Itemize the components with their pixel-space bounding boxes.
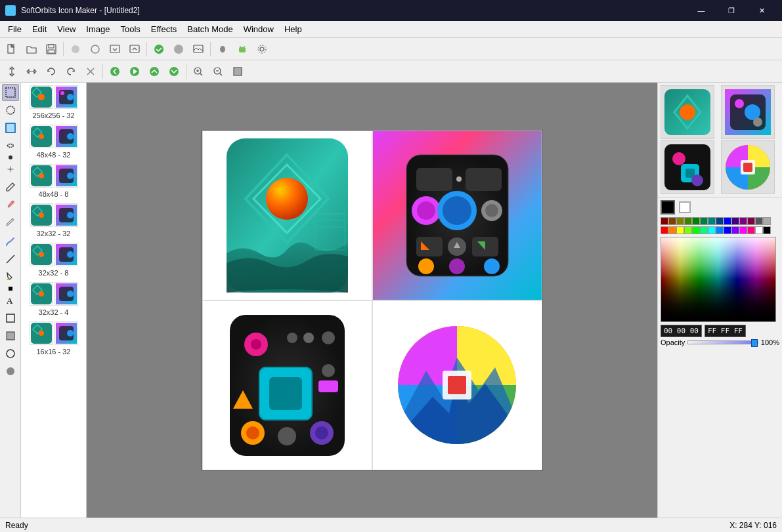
swatch-teal[interactable] bbox=[700, 217, 708, 225]
menu-window[interactable]: Window bbox=[238, 23, 279, 35]
refresh-button[interactable] bbox=[66, 40, 85, 58]
swatch-yellow[interactable] bbox=[676, 226, 684, 234]
filled-ellipse-tool[interactable] bbox=[2, 363, 19, 380]
text-tool[interactable]: A bbox=[2, 292, 19, 309]
up-button[interactable] bbox=[145, 62, 163, 81]
rotate-ccw-button[interactable] bbox=[42, 62, 60, 81]
swatch-darkolive[interactable] bbox=[684, 217, 692, 225]
filled-rect-tool[interactable] bbox=[2, 327, 19, 344]
down-button[interactable] bbox=[165, 62, 183, 81]
thumb-48-8-1[interactable] bbox=[30, 164, 53, 188]
color-picker[interactable] bbox=[661, 237, 776, 322]
gray-circle-button[interactable] bbox=[169, 40, 188, 58]
resize-v-button[interactable] bbox=[3, 62, 21, 81]
open-button[interactable] bbox=[22, 40, 41, 58]
ellipse-shape-tool[interactable] bbox=[2, 345, 19, 362]
swatch-indigo[interactable] bbox=[731, 217, 739, 225]
thumb-48-32-2[interactable] bbox=[54, 125, 78, 148]
hex-box-1[interactable]: 00 00 00 bbox=[661, 325, 702, 337]
swatch-black[interactable] bbox=[763, 226, 771, 234]
thumb-48-8-2[interactable] bbox=[54, 164, 78, 188]
image-button[interactable] bbox=[189, 40, 207, 58]
zoom-in-button[interactable] bbox=[189, 62, 207, 81]
swatch-blue2[interactable] bbox=[724, 226, 731, 234]
cancel-button[interactable] bbox=[81, 62, 100, 81]
save-button[interactable] bbox=[42, 40, 60, 58]
play-button[interactable] bbox=[125, 62, 144, 81]
hex-box-2[interactable]: FF FF FF bbox=[705, 325, 746, 337]
brush-tool[interactable] bbox=[2, 233, 19, 250]
opacity-slider[interactable] bbox=[687, 340, 758, 344]
icon-cell-4[interactable] bbox=[372, 300, 542, 470]
background-color[interactable] bbox=[679, 201, 691, 213]
right-thumb-1[interactable] bbox=[661, 85, 714, 139]
foreground-color[interactable] bbox=[661, 200, 675, 215]
menu-batch mode[interactable]: Batch Mode bbox=[182, 23, 238, 35]
right-thumb-3[interactable] bbox=[661, 140, 714, 194]
swatch-gray[interactable] bbox=[755, 217, 763, 225]
menu-effects[interactable]: Effects bbox=[146, 23, 183, 35]
green-check-button[interactable] bbox=[150, 40, 168, 58]
thumb-32-32-2[interactable] bbox=[54, 203, 78, 227]
pencil-tool[interactable] bbox=[2, 178, 19, 195]
swatch-red[interactable] bbox=[661, 226, 668, 234]
swatch-green[interactable] bbox=[692, 217, 700, 225]
export1-button[interactable] bbox=[106, 40, 124, 58]
circle-button[interactable] bbox=[86, 40, 104, 58]
close-button[interactable]: ✕ bbox=[747, 0, 777, 21]
swatch-pink[interactable] bbox=[747, 226, 755, 234]
swatch-blue[interactable] bbox=[724, 217, 731, 225]
apple-button[interactable] bbox=[213, 40, 232, 58]
icon-cell-1[interactable] bbox=[202, 131, 372, 300]
menu-help[interactable]: Help bbox=[279, 23, 307, 35]
new-button[interactable] bbox=[3, 40, 21, 58]
thumb-32-8-2[interactable] bbox=[54, 243, 78, 266]
swatch-brightblue[interactable] bbox=[716, 226, 724, 234]
thumb-32-8-1[interactable] bbox=[30, 243, 53, 266]
right-thumb-4[interactable] bbox=[721, 140, 775, 194]
swatch-magenta[interactable] bbox=[739, 226, 747, 234]
menu-view[interactable]: View bbox=[52, 23, 81, 35]
swatch-brightgreen[interactable] bbox=[692, 226, 700, 234]
eyedropper-tool[interactable] bbox=[2, 196, 19, 213]
menu-edit[interactable]: Edit bbox=[27, 23, 52, 35]
thumb-32-32-1[interactable] bbox=[30, 203, 53, 227]
swatch-olive[interactable] bbox=[676, 217, 684, 225]
canvas-area[interactable] bbox=[87, 83, 657, 518]
opacity-handle[interactable] bbox=[751, 339, 758, 347]
select-active-tool[interactable] bbox=[2, 119, 19, 136]
swatch-darkred[interactable] bbox=[661, 217, 668, 225]
paint-bucket-tool[interactable] bbox=[2, 268, 19, 285]
lasso-tool[interactable] bbox=[2, 137, 19, 154]
eraser-tool[interactable] bbox=[2, 214, 19, 231]
select-ellipse-tool[interactable] bbox=[2, 102, 19, 119]
line-tool[interactable] bbox=[2, 251, 19, 268]
thumb-48-32-1[interactable] bbox=[30, 125, 53, 148]
swatch-lime[interactable] bbox=[684, 226, 692, 234]
thumb-16-32-2[interactable] bbox=[54, 321, 78, 345]
zoom-out-button[interactable] bbox=[209, 62, 227, 81]
right-thumb-2[interactable] bbox=[721, 85, 775, 139]
thumb-256-32-2[interactable] bbox=[54, 85, 78, 109]
swatch-white[interactable] bbox=[755, 226, 763, 234]
swatch-brown[interactable] bbox=[668, 217, 676, 225]
swatch-cyan[interactable] bbox=[708, 226, 716, 234]
prev-button[interactable] bbox=[106, 62, 124, 81]
menu-image[interactable]: Image bbox=[81, 23, 115, 35]
settings-button[interactable] bbox=[253, 40, 271, 58]
minimize-button[interactable]: — bbox=[686, 0, 716, 21]
fit-button[interactable] bbox=[228, 62, 247, 81]
magic-wand-tool[interactable] bbox=[2, 161, 19, 178]
menu-tools[interactable]: Tools bbox=[115, 23, 145, 35]
rect-shape-tool[interactable] bbox=[2, 310, 19, 327]
thumb-256-32-1[interactable] bbox=[30, 85, 53, 109]
icon-cell-2[interactable] bbox=[372, 131, 542, 300]
select-rect-tool[interactable] bbox=[2, 84, 19, 101]
thumb-32-4-2[interactable] bbox=[54, 282, 78, 306]
swatch-orange[interactable] bbox=[668, 226, 676, 234]
android-button[interactable] bbox=[233, 40, 251, 58]
swatch-mint[interactable] bbox=[700, 226, 708, 234]
resize-h-button[interactable] bbox=[22, 62, 41, 81]
swatch-violet[interactable] bbox=[731, 226, 739, 234]
swatch-silver[interactable] bbox=[763, 217, 771, 225]
